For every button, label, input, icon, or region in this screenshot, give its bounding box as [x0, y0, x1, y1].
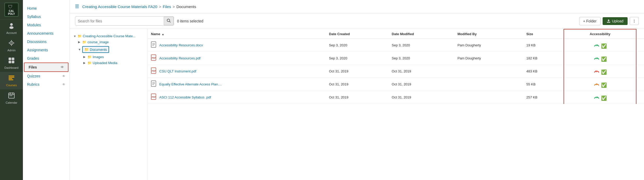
file-name-5[interactable]: ASCI 112 Accessible Syllabus .pdf	[159, 95, 211, 99]
tree-uploaded-media-icon: 📁	[87, 61, 92, 65]
cell-modified-by-1: Pam Dougherty	[454, 39, 523, 52]
col-size[interactable]: Size	[523, 29, 564, 39]
svg-rect-13	[9, 77, 14, 78]
file-table: Name ▲ Date Created Date Modified Modifi…	[148, 29, 644, 104]
cell-accessibility-4: ✅	[564, 78, 636, 91]
tree-uploaded-media-label: Uploaded Media	[93, 61, 117, 65]
cell-date-modified-1: Sep 3, 2020	[389, 39, 454, 52]
cell-name-4: Equally Effective Alternate Access Plan.…	[148, 78, 326, 91]
nav-modules[interactable]: Modules	[23, 21, 70, 29]
files-item-wrapper: Files 👁	[24, 63, 68, 72]
courses-icon	[8, 75, 15, 83]
col-date-modified[interactable]: Date Modified	[389, 29, 454, 39]
admin-label: Admin	[7, 49, 15, 52]
tree-course-image[interactable]: ▶ 📁 course_image	[73, 39, 144, 45]
sidebar-item-admin[interactable]: Admin	[0, 37, 23, 54]
svg-point-22	[167, 19, 170, 22]
nav-quizzes[interactable]: Quizzes 👁	[23, 72, 70, 80]
dashboard-label: Dashboard	[4, 66, 18, 69]
cell-modified-by-4	[454, 78, 523, 91]
file-name-3[interactable]: CSU QLT Instrument.pdf	[159, 69, 196, 73]
col-date-created[interactable]: Date Created	[326, 29, 389, 39]
toolbar: 0 items selected + Folder Upload ⋮	[70, 13, 644, 29]
table-row: PDF CSU QLT Instrument.pdf Oct 31, 2019 …	[148, 65, 644, 78]
cell-size-3: 483 KB	[523, 65, 564, 78]
accessibility-check-2: ✅	[601, 57, 607, 62]
tree-images-arrow: ▶	[83, 55, 86, 59]
more-options-button[interactable]: ⋮	[630, 17, 639, 25]
tree-uploaded-media-arrow: ▶	[83, 61, 86, 65]
file-name-4[interactable]: Equally Effective Alternate Access Plan.…	[159, 82, 222, 86]
items-selected: 0 items selected	[177, 19, 576, 23]
table-row: Accessibility Resources.docx Sep 3, 2020…	[148, 39, 644, 52]
sidebar-item-calendar[interactable]: Calendar	[0, 89, 23, 107]
add-folder-button[interactable]: + Folder	[579, 17, 601, 25]
nav-discussions[interactable]: Discussions	[23, 38, 70, 46]
svg-point-1	[9, 26, 14, 29]
breadcrumb-course[interactable]: Creating Accessible Course Materials FA2…	[82, 4, 157, 9]
nav-syllabus[interactable]: Syllabus	[23, 13, 70, 21]
main-content: ☰ Creating Accessible Course Materials F…	[70, 0, 644, 180]
cell-actions-4	[636, 78, 644, 91]
sidebar-item-courses[interactable]: Courses	[0, 72, 23, 89]
rubrics-eye-icon: 👁	[62, 83, 65, 86]
breadcrumb-files[interactable]: Files	[163, 4, 171, 9]
file-name-2[interactable]: Accessibility Resources.pdf	[159, 56, 200, 60]
tree-uploaded-media[interactable]: ▶ 📁 Uploaded Media	[73, 60, 144, 66]
svg-rect-20	[10, 95, 11, 96]
accessibility-gauge-2	[594, 57, 601, 62]
col-name[interactable]: Name ▲	[148, 29, 326, 39]
hamburger-button[interactable]: ☰	[75, 4, 79, 9]
nav-files[interactable]: Files 👁	[24, 63, 68, 71]
tree-course-image-label: course_image	[87, 40, 109, 44]
cell-date-created-2: Sep 3, 2020	[326, 52, 389, 65]
cell-size-4: 55 KB	[523, 78, 564, 91]
svg-rect-21	[11, 95, 12, 96]
nav-home[interactable]: Home	[23, 4, 70, 13]
col-accessibility[interactable]: Accessibility	[564, 29, 636, 39]
tree-documents-icon: 📁 Documents	[82, 46, 109, 53]
file-name-1[interactable]: Accessibility Resources.docx	[159, 43, 203, 47]
svg-rect-11	[12, 61, 14, 63]
tree-course-image-icon: 📁	[82, 40, 86, 44]
tree-root-label: Creating Accessible Course Mate...	[83, 34, 136, 38]
upload-button[interactable]: Upload	[603, 17, 628, 25]
search-input[interactable]	[78, 19, 162, 23]
tree-images-icon: 📁	[87, 55, 92, 59]
cell-name-3: PDF CSU QLT Instrument.pdf	[148, 65, 326, 78]
files-area: ▼ 📁 Creating Accessible Course Mate... ▶…	[70, 29, 644, 180]
tree-documents[interactable]: ▼ 📁 Documents	[73, 45, 144, 54]
svg-rect-9	[12, 58, 14, 60]
account-icon	[8, 22, 15, 30]
sidebar-item-account[interactable]: Account	[0, 20, 23, 37]
tree-documents-label: Documents	[90, 48, 107, 52]
cell-size-2: 182 KB	[523, 52, 564, 65]
cal-poly-logo: 🛡 CALPOLY	[4, 3, 18, 17]
svg-text:PDF: PDF	[152, 96, 156, 98]
course-nav: Home Syllabus Modules Announcements Disc…	[23, 0, 70, 180]
tree-images[interactable]: ▶ 📁 Images	[73, 54, 144, 60]
upload-label: Upload	[612, 19, 623, 23]
search-button[interactable]	[164, 17, 174, 25]
quizzes-eye-icon: 👁	[62, 74, 65, 78]
cell-actions-3	[636, 65, 644, 78]
file-tree: ▼ 📁 Creating Accessible Course Mate... ▶…	[70, 29, 148, 180]
col-modified-by[interactable]: Modified By	[454, 29, 523, 39]
svg-rect-8	[9, 58, 11, 60]
cell-date-created-4: Oct 31, 2019	[326, 78, 389, 91]
nav-rubrics[interactable]: Rubrics 👁	[23, 80, 70, 89]
cell-name-5: PDF ASCI 112 Accessible Syllabus .pdf	[148, 91, 326, 104]
pdf-icon-5: PDF	[151, 94, 157, 101]
file-list: Name ▲ Date Created Date Modified Modifi…	[148, 29, 644, 180]
nav-announcements[interactable]: Announcements	[23, 29, 70, 38]
doc-icon-4	[151, 80, 157, 88]
cell-size-5: 257 KB	[523, 91, 564, 104]
nav-grades[interactable]: Grades	[23, 54, 70, 63]
cell-actions-1	[636, 39, 644, 52]
cell-date-modified-2: Sep 3, 2020	[389, 52, 454, 65]
calendar-label: Calendar	[6, 101, 17, 104]
sidebar-item-dashboard[interactable]: Dashboard	[0, 54, 23, 72]
tree-root[interactable]: ▼ 📁 Creating Accessible Course Mate...	[73, 33, 144, 39]
cell-date-modified-5: Oct 31, 2019	[389, 91, 454, 104]
nav-assignments[interactable]: Assignments	[23, 46, 70, 54]
